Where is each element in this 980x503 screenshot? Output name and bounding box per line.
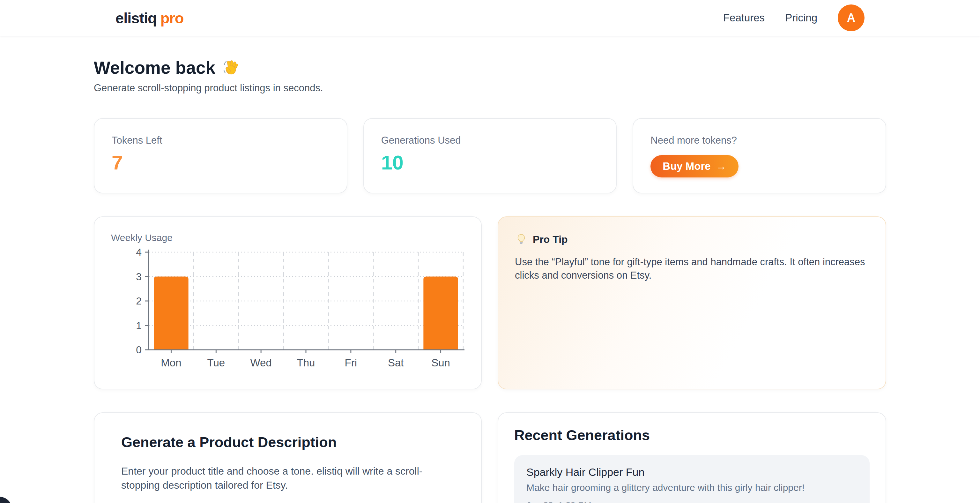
- generations-used-card: Generations Used 10: [363, 118, 617, 193]
- need-more-tokens-label: Need more tokens?: [651, 135, 869, 146]
- svg-text:Sun: Sun: [431, 357, 450, 369]
- top-navbar: elistiqpro Features Pricing A: [0, 0, 980, 37]
- nav-link-pricing[interactable]: Pricing: [785, 12, 817, 24]
- waving-hand-icon: [222, 59, 240, 76]
- lightbulb-icon: [515, 233, 528, 246]
- buy-more-button[interactable]: Buy More →: [651, 155, 738, 177]
- svg-text:3: 3: [136, 271, 142, 282]
- tokens-left-card: Tokens Left 7: [94, 118, 347, 193]
- svg-text:Wed: Wed: [250, 357, 272, 369]
- svg-text:4: 4: [136, 247, 142, 258]
- svg-text:1: 1: [136, 320, 142, 331]
- welcome-subtitle: Generate scroll-stopping product listing…: [94, 82, 886, 94]
- recent-generation-item[interactable]: Sparkly Hair Clipper Fun Make hair groom…: [514, 455, 870, 503]
- welcome-title-text: Welcome back: [94, 57, 215, 78]
- svg-text:Thu: Thu: [297, 357, 315, 369]
- svg-text:Fri: Fri: [345, 357, 357, 369]
- tokens-left-value: 7: [111, 153, 329, 173]
- nav-link-features[interactable]: Features: [723, 12, 765, 24]
- svg-text:Tue: Tue: [207, 357, 225, 369]
- pro-tip-title: Pro Tip: [533, 234, 568, 245]
- stats-row: Tokens Left 7 Generations Used 10 Need m…: [94, 118, 886, 193]
- svg-text:Sat: Sat: [388, 357, 404, 369]
- weekly-usage-title: Weekly Usage: [111, 232, 465, 243]
- brand-pro-badge: pro: [161, 10, 184, 27]
- generations-used-label: Generations Used: [381, 135, 599, 146]
- avatar[interactable]: A: [838, 5, 864, 31]
- svg-text:0: 0: [136, 344, 142, 355]
- middle-row: Weekly Usage 01234MonTueWedThuFriSatSun …: [94, 216, 886, 389]
- generator-card: Generate a Product Description Enter you…: [94, 412, 482, 503]
- pro-tip-header: Pro Tip: [515, 233, 869, 246]
- brand-logo[interactable]: elistiqpro: [116, 9, 184, 27]
- bottom-row: Generate a Product Description Enter you…: [94, 412, 886, 503]
- avatar-initial: A: [847, 11, 855, 25]
- generator-title: Generate a Product Description: [121, 434, 454, 450]
- buy-more-label: Buy More: [663, 160, 710, 172]
- brand-name: elistiq: [116, 10, 157, 27]
- item-description: Make hair grooming a glittery adventure …: [527, 482, 858, 493]
- weekly-usage-bar-chart: 01234MonTueWedThuFriSatSun: [111, 246, 465, 373]
- tokens-left-label: Tokens Left: [111, 135, 329, 146]
- navbar-inner: elistiqpro Features Pricing A: [94, 5, 886, 31]
- item-timestamp: Jun 23, 1:39 PM: [527, 500, 858, 503]
- recent-generations-title: Recent Generations: [514, 427, 870, 444]
- arrow-right-icon: →: [716, 160, 726, 172]
- weekly-usage-card: Weekly Usage 01234MonTueWedThuFriSatSun: [94, 216, 482, 389]
- main-content: Welcome back Generate scroll-stopping: [94, 57, 886, 503]
- generations-used-value: 10: [381, 153, 599, 173]
- pro-tip-card: Pro Tip Use the “Playful” tone for gift-…: [498, 216, 886, 389]
- main-nav: Features Pricing A: [723, 5, 864, 31]
- generator-description: Enter your product title and choose a to…: [121, 464, 444, 492]
- dev-tools-corner-badge[interactable]: [0, 497, 13, 503]
- recent-generations-card: Recent Generations Sparkly Hair Clipper …: [498, 412, 886, 503]
- page-title: Welcome back: [94, 57, 886, 78]
- welcome-section: Welcome back Generate scroll-stopping: [94, 57, 886, 94]
- svg-text:Mon: Mon: [161, 357, 181, 369]
- item-title: Sparkly Hair Clipper Fun: [527, 466, 858, 478]
- pro-tip-body: Use the “Playful” tone for gift-type ite…: [515, 255, 869, 282]
- svg-text:2: 2: [136, 295, 142, 307]
- buy-tokens-card: Need more tokens? Buy More →: [633, 118, 886, 193]
